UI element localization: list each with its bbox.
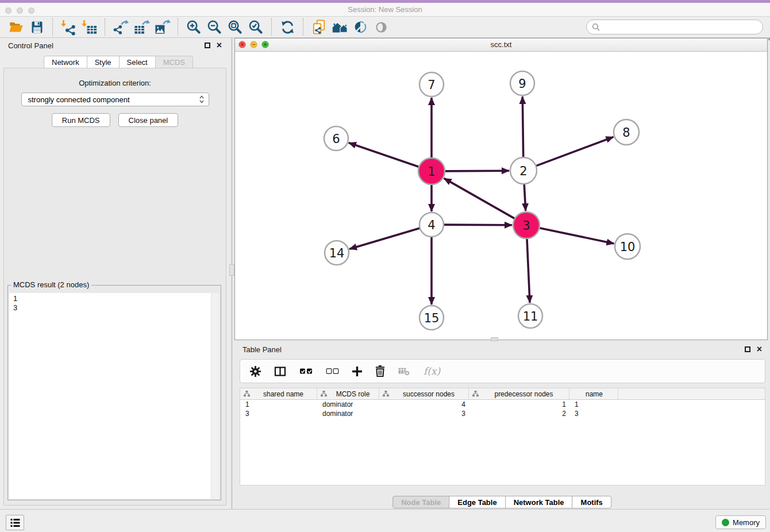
criterion-selected-value: strongly connected component — [28, 95, 199, 104]
memory-button[interactable]: Memory — [715, 515, 766, 529]
tab-node-table[interactable]: Node Table — [392, 496, 449, 508]
graph-edge-1-2[interactable] — [445, 171, 509, 171]
node-table[interactable]: shared nameMCDS rolesuccessor nodesprede… — [240, 388, 765, 485]
column-header-label: predecessor nodes — [481, 390, 567, 398]
result-scrollbar[interactable] — [211, 293, 219, 499]
graph-node-label-14: 14 — [329, 246, 345, 260]
toolbar-divider — [52, 18, 53, 36]
float-panel-icon[interactable] — [205, 43, 210, 48]
task-history-button[interactable] — [6, 515, 24, 530]
status-bar: Memory — [0, 509, 770, 532]
chevron-up-down-icon — [199, 95, 204, 103]
zoom-in-icon[interactable] — [183, 18, 204, 36]
graph-edge-4-3[interactable] — [444, 225, 512, 225]
export-network-icon[interactable] — [110, 18, 131, 36]
graph-edge-2-8[interactable] — [536, 137, 614, 166]
graph-edge-4-14[interactable] — [349, 228, 420, 249]
run-mcds-button[interactable]: Run MCDS — [52, 113, 110, 127]
network-canvas[interactable]: 7968124314101511 — [235, 52, 767, 340]
horizontal-splitter-handle[interactable] — [491, 337, 498, 341]
apply-style-icon[interactable] — [350, 18, 371, 36]
table-row[interactable]: 3dominator323 — [240, 409, 765, 418]
column-header-MCDS-role[interactable]: MCDS role — [317, 388, 379, 399]
column-header-successor-nodes[interactable]: successor nodes — [379, 388, 469, 399]
application-window: Session: New Session — [0, 0, 770, 532]
table-header-row: shared nameMCDS rolesuccessor nodesprede… — [240, 388, 765, 400]
graph-edge-2-9[interactable] — [522, 97, 523, 157]
close-panel-button[interactable]: Close panel — [118, 113, 179, 127]
save-session-icon[interactable] — [26, 18, 47, 36]
tab-edge-table[interactable]: Edge Table — [449, 496, 505, 508]
delete-table-icon[interactable] — [398, 367, 410, 376]
gear-icon[interactable] — [250, 366, 261, 377]
split-columns-icon[interactable] — [274, 366, 286, 377]
zoom-selected-icon[interactable] — [245, 18, 266, 36]
table-cell[interactable]: 1 — [569, 400, 618, 408]
tab-network-table[interactable]: Network Table — [505, 496, 573, 508]
float-table-panel-icon[interactable] — [745, 346, 750, 352]
memory-status-dot — [722, 519, 729, 526]
export-table-icon[interactable] — [131, 18, 152, 36]
function-builder-icon[interactable]: f(x) — [424, 365, 440, 377]
graph-edge-3-10[interactable] — [540, 228, 614, 244]
select-none-unchecked-icon[interactable] — [326, 368, 339, 375]
graph-node-label-2: 2 — [519, 164, 527, 178]
close-table-panel-icon[interactable]: × — [757, 346, 762, 353]
toolbar-divider — [303, 18, 303, 36]
import-table-icon[interactable] — [79, 18, 99, 36]
vertical-splitter-handle[interactable] — [229, 264, 234, 276]
table-cell[interactable]: 3 — [569, 410, 618, 418]
toolbar-divider — [105, 18, 105, 36]
column-header-predecessor-nodes[interactable]: predecessor nodes — [469, 388, 569, 399]
session-title: Session: New Session — [0, 3, 770, 16]
export-image-icon[interactable] — [152, 18, 172, 36]
table-cell[interactable]: 4 — [379, 400, 469, 408]
table-cell[interactable]: 1 — [240, 400, 317, 408]
memory-label: Memory — [733, 518, 760, 527]
add-column-icon[interactable] — [352, 367, 362, 376]
table-panel-title: Table Panel — [242, 345, 282, 354]
import-network-icon[interactable] — [58, 18, 79, 36]
graph-node-label-4: 4 — [428, 218, 435, 232]
table-cell[interactable]: 3 — [379, 410, 469, 418]
column-tree-icon — [321, 391, 327, 397]
mcds-tab-content: Optimization criterion: strongly connect… — [3, 68, 226, 506]
graph-edge-3-11[interactable] — [527, 238, 530, 303]
graph-edge-2-3[interactable] — [524, 184, 526, 211]
column-header-name[interactable]: name — [569, 388, 618, 399]
graph-node-label-10: 10 — [620, 240, 636, 254]
column-header-shared-name[interactable]: shared name — [240, 388, 317, 399]
search-box[interactable] — [586, 20, 763, 34]
home-view-icon[interactable] — [329, 18, 350, 36]
open-session-icon[interactable] — [6, 18, 26, 36]
network-window-title: scc.txt — [235, 38, 767, 51]
close-panel-icon[interactable]: × — [217, 42, 222, 49]
select-all-checked-icon[interactable] — [299, 368, 313, 375]
clone-network-icon[interactable] — [309, 18, 329, 36]
table-tabs: Node Table Edge Table Network Table Moti… — [393, 496, 611, 508]
graph-node-label-9: 9 — [518, 77, 526, 91]
search-input[interactable] — [603, 22, 757, 32]
criterion-select[interactable]: strongly connected component — [21, 92, 209, 106]
show-hide-eye-icon[interactable] — [371, 18, 391, 36]
graph-node-label-15: 15 — [424, 311, 440, 325]
table-cell[interactable]: 2 — [469, 410, 569, 418]
delete-column-icon[interactable] — [375, 365, 385, 377]
refresh-layout-icon[interactable] — [277, 18, 298, 36]
table-cell[interactable]: dominator — [317, 410, 379, 418]
zoom-fit-icon[interactable] — [225, 18, 245, 36]
toolbar-divider — [178, 18, 178, 36]
table-row[interactable]: 1dominator411 — [240, 400, 765, 409]
column-tree-icon — [383, 391, 389, 397]
mcds-result-area[interactable]: 1 3 — [9, 293, 219, 499]
graph-edge-1-6[interactable] — [349, 143, 419, 167]
table-cell[interactable]: 1 — [469, 400, 569, 408]
zoom-out-icon[interactable] — [204, 18, 225, 36]
tab-motifs[interactable]: Motifs — [572, 496, 611, 508]
graph-node-label-6: 6 — [332, 132, 340, 146]
mcds-result-fieldset: MCDS result (2 nodes) 1 3 — [7, 285, 221, 500]
table-cell[interactable]: dominator — [317, 400, 379, 408]
table-cell[interactable]: 3 — [240, 410, 317, 418]
graph-edge-3-1[interactable] — [444, 178, 515, 218]
column-header-label: successor nodes — [391, 390, 466, 398]
